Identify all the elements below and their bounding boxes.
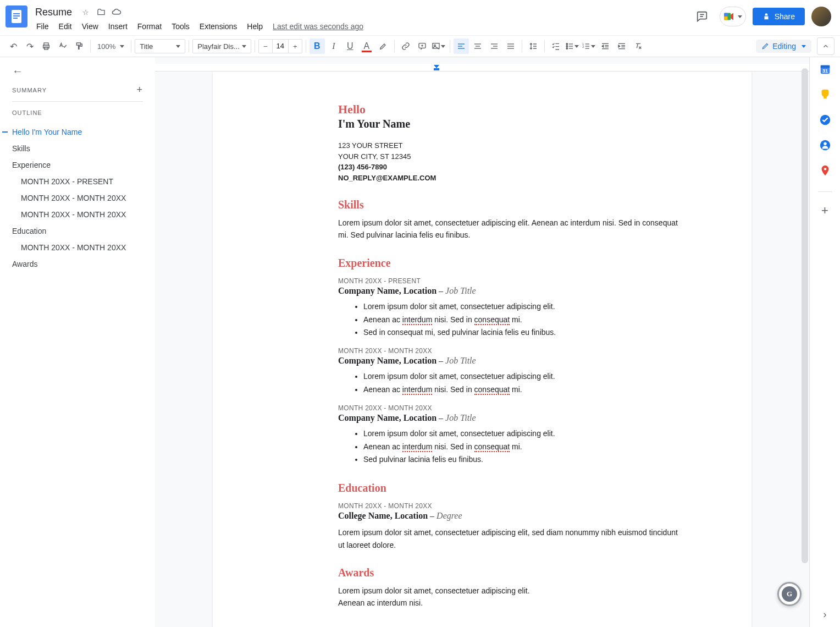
hide-side-panel-icon[interactable]: › — [824, 609, 827, 620]
education-date[interactable]: MONTH 20XX - MONTH 20XX — [338, 502, 686, 510]
address-block[interactable]: 123 YOUR STREET YOUR CITY, ST 12345 (123… — [338, 140, 686, 183]
doc-title[interactable]: Resume — [32, 6, 75, 19]
maps-icon[interactable] — [819, 164, 832, 177]
tasks-icon[interactable] — [819, 113, 832, 127]
menu-tools[interactable]: Tools — [167, 20, 194, 33]
experience-heading[interactable]: Experience — [338, 257, 686, 270]
bullet-item[interactable]: Aenean ac interdum nisi. Sed in consequa… — [363, 383, 686, 397]
heading-hello[interactable]: Hello — [338, 102, 686, 117]
outline-item[interactable]: MONTH 20XX - PRESENT — [12, 173, 143, 190]
insert-link-button[interactable] — [398, 38, 413, 54]
editing-mode-button[interactable]: Editing — [756, 40, 811, 53]
experience-bullets[interactable]: Lorem ipsum dolor sit amet, consectetuer… — [363, 427, 686, 466]
underline-button[interactable]: U — [342, 38, 358, 54]
redo-button[interactable]: ↷ — [22, 38, 37, 54]
align-left-button[interactable] — [454, 38, 469, 54]
font-size-increase[interactable]: + — [289, 42, 302, 51]
clear-formatting-button[interactable] — [631, 38, 646, 54]
ruler[interactable] — [155, 64, 809, 72]
text-color-button[interactable]: A — [359, 38, 374, 54]
education-college[interactable]: College Name, Location – Degree — [338, 511, 686, 521]
italic-button[interactable]: I — [326, 38, 341, 54]
collapse-toolbar-button[interactable] — [817, 37, 835, 55]
experience-bullets[interactable]: Lorem ipsum dolor sit amet, consectetuer… — [363, 370, 686, 397]
bullet-item[interactable]: Sed in consequat mi, sed pulvinar lacini… — [363, 326, 686, 339]
star-icon[interactable]: ☆ — [81, 7, 91, 17]
menu-view[interactable]: View — [78, 20, 103, 33]
style-select[interactable]: Title — [135, 39, 185, 53]
outline-item[interactable]: Skills — [12, 140, 143, 157]
line-spacing-button[interactable] — [526, 38, 541, 54]
address-email[interactable]: NO_REPLY@EXAMPLE.COM — [338, 173, 686, 184]
skills-text[interactable]: Lorem ipsum dolor sit amet, consectetuer… — [338, 217, 686, 241]
checklist-button[interactable] — [548, 38, 563, 54]
grammarly-icon[interactable]: G — [777, 582, 802, 606]
keep-icon[interactable] — [819, 88, 832, 101]
highlight-button[interactable] — [375, 38, 391, 54]
increase-indent-button[interactable] — [614, 38, 629, 54]
menu-extensions[interactable]: Extensions — [195, 20, 241, 33]
menu-insert[interactable]: Insert — [104, 20, 132, 33]
bullet-item[interactable]: Aenean ac interdum nisi. Sed in consequa… — [363, 441, 686, 454]
experience-company[interactable]: Company Name, Location – Job Title — [338, 413, 686, 423]
paint-format-button[interactable] — [71, 38, 87, 54]
outline-item[interactable]: Awards — [12, 256, 143, 272]
heading-name[interactable]: I'm Your Name — [338, 118, 686, 130]
outline-back-icon[interactable]: ← — [12, 65, 143, 78]
menu-edit[interactable]: Edit — [54, 20, 76, 33]
awards-text-2[interactable]: Aenean ac interdum nisi. — [338, 597, 686, 609]
outline-item[interactable]: MONTH 20XX - MONTH 20XX — [12, 190, 143, 206]
address-line1[interactable]: 123 YOUR STREET — [338, 140, 686, 151]
font-select[interactable]: Playfair Dis... — [192, 39, 251, 53]
page[interactable]: Hello I'm Your Name 123 YOUR STREET YOUR… — [213, 72, 751, 627]
outline-item[interactable]: MONTH 20XX - MONTH 20XX — [12, 239, 143, 256]
insert-image-button[interactable] — [431, 38, 446, 54]
bullet-item[interactable]: Lorem ipsum dolor sit amet, consectetuer… — [363, 427, 686, 441]
awards-text-1[interactable]: Lorem ipsum dolor sit amet, consectetuer… — [338, 585, 686, 597]
bulleted-list-button[interactable] — [565, 38, 580, 54]
experience-date[interactable]: MONTH 20XX - MONTH 20XX — [338, 404, 686, 412]
align-center-button[interactable] — [470, 38, 485, 54]
account-avatar[interactable] — [811, 7, 831, 26]
font-size-decrease[interactable]: − — [259, 42, 272, 51]
meet-button[interactable] — [720, 7, 746, 26]
experience-date[interactable]: MONTH 20XX - PRESENT — [338, 277, 686, 285]
outline-item[interactable]: MONTH 20XX - MONTH 20XX — [12, 206, 143, 223]
share-button[interactable]: Share — [753, 8, 805, 25]
outline-item[interactable]: Education — [12, 223, 143, 239]
align-right-button[interactable] — [487, 38, 502, 54]
address-line2[interactable]: YOUR CITY, ST 12345 — [338, 151, 686, 162]
address-phone[interactable]: (123) 456-7890 — [338, 162, 686, 173]
experience-date[interactable]: MONTH 20XX - MONTH 20XX — [338, 347, 686, 355]
font-size-value[interactable]: 14 — [272, 40, 289, 53]
outline-item[interactable]: Hello I'm Your Name — [12, 124, 143, 140]
print-button[interactable] — [38, 38, 54, 54]
cloud-icon[interactable] — [112, 7, 121, 17]
menu-format[interactable]: Format — [133, 20, 166, 33]
experience-company[interactable]: Company Name, Location – Job Title — [338, 286, 686, 296]
awards-heading[interactable]: Awards — [338, 566, 686, 579]
ruler-left-indent-icon[interactable] — [434, 65, 439, 72]
undo-button[interactable]: ↶ — [5, 38, 21, 54]
insert-comment-button[interactable] — [415, 38, 430, 54]
numbered-list-button[interactable]: 12 — [581, 38, 596, 54]
bullet-item[interactable]: Lorem ipsum dolor sit amet, consectetuer… — [363, 300, 686, 314]
calendar-icon[interactable]: 31 — [819, 63, 832, 76]
spellcheck-button[interactable] — [55, 38, 70, 54]
align-justify-button[interactable] — [503, 38, 518, 54]
menu-file[interactable]: File — [32, 20, 53, 33]
bullet-item[interactable]: Lorem ipsum dolor sit amet, consectetuer… — [363, 370, 686, 383]
experience-bullets[interactable]: Lorem ipsum dolor sit amet, consectetuer… — [363, 300, 686, 339]
document-canvas[interactable]: Hello I'm Your Name 123 YOUR STREET YOUR… — [155, 57, 809, 627]
experience-company[interactable]: Company Name, Location – Job Title — [338, 356, 686, 366]
bullet-item[interactable]: Aenean ac interdum nisi. Sed in consequa… — [363, 314, 686, 327]
get-addons-icon[interactable]: + — [819, 204, 832, 217]
skills-heading[interactable]: Skills — [338, 199, 686, 211]
zoom-select[interactable]: 100% — [94, 39, 128, 53]
bullet-item[interactable]: Sed pulvinar lacinia felis eu finibus. — [363, 453, 686, 466]
scrollbar[interactable] — [802, 68, 808, 563]
move-icon[interactable] — [96, 7, 106, 17]
contacts-icon[interactable] — [819, 139, 832, 152]
education-text[interactable]: Lorem ipsum dolor sit amet, consectetuer… — [338, 526, 686, 551]
docs-logo[interactable] — [5, 6, 27, 28]
